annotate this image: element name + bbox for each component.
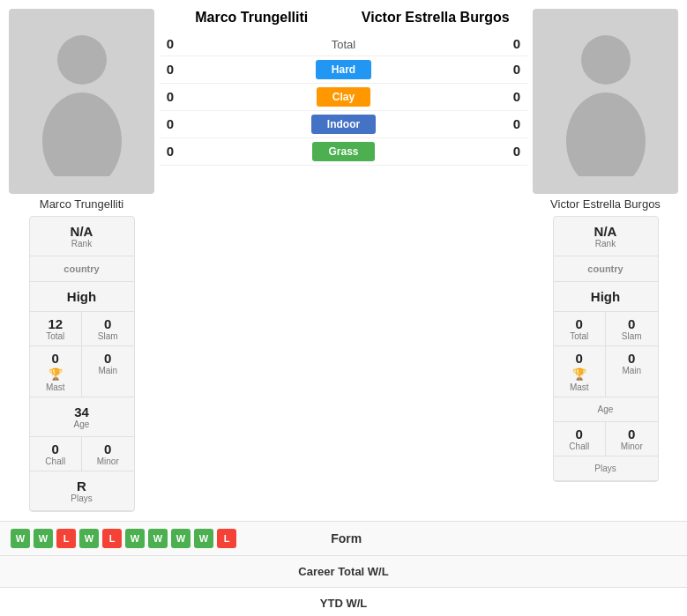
right-total-cell: 0 Total xyxy=(554,312,607,345)
surface-label-hard: Hard xyxy=(181,60,506,79)
total-label-text: Total xyxy=(332,38,355,51)
left-mast-main-row: 0 🏆 Mast 0 Main xyxy=(30,346,134,397)
right-country-cell: country xyxy=(554,256,658,282)
surface-score-left-grass: 0 xyxy=(160,144,181,159)
left-slam-label: Slam xyxy=(86,331,131,341)
right-age-label: Age xyxy=(557,404,654,414)
right-mast-label: Mast xyxy=(557,382,602,392)
right-mast-cell: 0 🏆 Mast xyxy=(554,346,607,397)
left-player-name-under-photo: Marco Trungelliti xyxy=(40,197,123,211)
left-country-cell: country xyxy=(30,256,134,282)
left-minor-cell: 0 Minor xyxy=(82,437,134,471)
left-total-slam-row: 12 Total 0 Slam xyxy=(30,312,134,346)
surface-row-indoor: 0 Indoor 0 xyxy=(160,111,527,138)
surface-score-right-hard: 0 xyxy=(506,62,527,77)
form-badge-0: W xyxy=(11,529,30,548)
right-mast-main-row: 0 🏆 Mast 0 Main xyxy=(554,346,658,397)
right-stats-card: N/A Rank country High 0 Total xyxy=(553,216,659,482)
right-plays-label: Plays xyxy=(557,464,654,473)
left-high-value: High xyxy=(34,289,131,304)
left-main-value: 0 xyxy=(86,351,131,366)
left-trophy-icon: 🏆 xyxy=(49,367,63,381)
right-player-name-under-photo: Victor Estrella Burgos xyxy=(550,197,661,211)
total-row: 0 Total 0 xyxy=(160,33,527,56)
left-plays-label: Plays xyxy=(34,494,131,503)
right-minor-label: Minor xyxy=(609,442,654,451)
left-minor-label: Minor xyxy=(86,456,131,466)
form-badge-2: L xyxy=(56,529,76,548)
svg-point-0 xyxy=(57,35,107,85)
right-minor-value: 0 xyxy=(609,427,654,442)
right-player-col: Victor Estrella Burgos N/A Rank country … xyxy=(533,9,678,482)
left-plays-cell: R Plays xyxy=(30,471,134,511)
surface-score-right-clay: 0 xyxy=(506,89,527,104)
left-age-value: 34 xyxy=(34,404,131,419)
svg-point-3 xyxy=(566,93,646,176)
total-score-left: 0 xyxy=(160,36,181,51)
bottom-rows-container: Career Total W/L YTD W/L $0 Career Prize… xyxy=(0,556,687,616)
left-mast-label: Mast xyxy=(34,382,78,392)
right-mast-value: 0 xyxy=(557,351,602,366)
surface-pill-indoor: Indoor xyxy=(311,115,376,134)
surface-pill-clay: Clay xyxy=(317,87,370,107)
left-slam-value: 0 xyxy=(86,316,131,331)
left-rank-value: N/A xyxy=(34,224,131,239)
surface-pill-hard: Hard xyxy=(316,60,371,79)
left-age-label: Age xyxy=(34,419,131,429)
right-rank-value: N/A xyxy=(557,224,654,239)
form-badge-5: W xyxy=(125,529,145,548)
right-slam-value: 0 xyxy=(609,316,654,331)
form-badge-6: W xyxy=(148,529,168,548)
right-slam-cell: 0 Slam xyxy=(606,312,658,345)
form-badge-3: W xyxy=(79,529,99,548)
total-score-right: 0 xyxy=(506,36,527,51)
form-badge-8: W xyxy=(194,529,213,548)
left-slam-cell: 0 Slam xyxy=(82,312,134,345)
center-player-names: Marco Trungelliti Victor Estrella Burgos xyxy=(160,9,527,27)
form-badge-7: W xyxy=(171,529,190,548)
right-minor-cell: 0 Minor xyxy=(606,422,658,456)
form-badges: WWLWLWWWWL xyxy=(11,529,236,548)
surface-score-right-grass: 0 xyxy=(506,144,527,159)
surface-pill-grass: Grass xyxy=(312,142,374,161)
left-player-photo xyxy=(9,9,154,194)
left-chall-label: Chall xyxy=(34,456,78,466)
surface-score-left-hard: 0 xyxy=(160,62,181,77)
right-trophy-icon: 🏆 xyxy=(572,367,586,381)
right-main-value: 0 xyxy=(609,351,654,366)
left-total-label: Total xyxy=(34,331,78,341)
right-plays-cell: Plays xyxy=(554,456,658,481)
surface-row-clay: 0 Clay 0 xyxy=(160,84,527,111)
right-slam-label: Slam xyxy=(609,331,654,341)
surface-score-right-indoor: 0 xyxy=(506,116,527,131)
right-high-cell: High xyxy=(554,282,658,312)
surface-label-grass: Grass xyxy=(181,142,506,161)
left-plays-value: R xyxy=(34,479,131,494)
left-rank-label: Rank xyxy=(34,239,131,249)
surface-label-clay: Clay xyxy=(181,87,506,107)
surface-row-hard: 0 Hard 0 xyxy=(160,56,527,84)
form-badge-1: W xyxy=(34,529,53,548)
left-chall-minor-row: 0 Chall 0 Minor xyxy=(30,437,134,471)
left-chall-value: 0 xyxy=(34,442,78,456)
right-high-value: High xyxy=(557,289,654,304)
left-minor-value: 0 xyxy=(86,442,131,456)
bottom-row-center-1: YTD W/L xyxy=(233,597,455,610)
left-mast-cell: 0 🏆 Mast xyxy=(30,346,83,397)
left-country-text: country xyxy=(34,263,131,274)
center-col: Marco Trungelliti Victor Estrella Burgos… xyxy=(154,9,533,166)
left-player-center-name: Marco Trungelliti xyxy=(160,9,344,27)
form-badge-9: L xyxy=(217,529,236,548)
bottom-row-center-0: Career Total W/L xyxy=(233,565,455,578)
right-rank-label: Rank xyxy=(557,239,654,249)
left-main-cell: 0 Main xyxy=(82,346,134,397)
right-age-cell: Age xyxy=(554,397,658,422)
player-comparison: Marco Trungelliti N/A Rank country High xyxy=(0,0,687,521)
left-high-cell: High xyxy=(30,282,134,312)
right-country-text: country xyxy=(557,263,654,274)
left-main-label: Main xyxy=(86,366,131,375)
svg-point-1 xyxy=(42,93,122,176)
right-chall-cell: 0 Chall xyxy=(554,422,607,456)
right-total-slam-row: 0 Total 0 Slam xyxy=(554,312,658,346)
right-total-label: Total xyxy=(557,331,602,341)
